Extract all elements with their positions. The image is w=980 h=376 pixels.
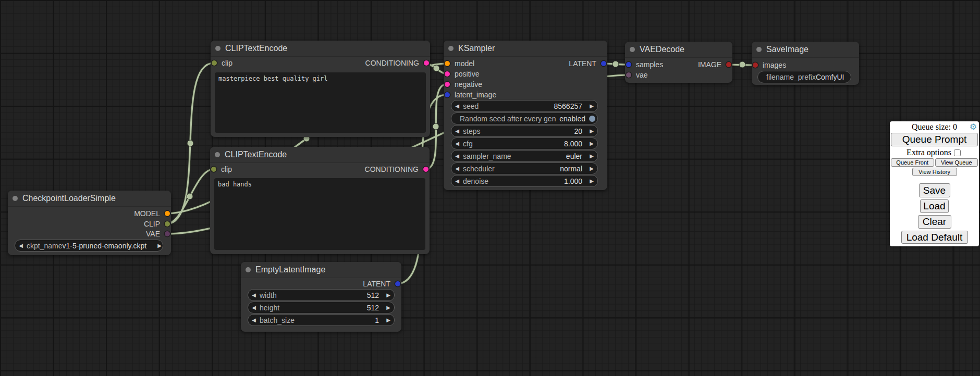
output-slot-conditioning[interactable]: CONDITIONING: [365, 164, 428, 174]
decrement-arrow-icon[interactable]: ◀: [451, 166, 463, 171]
slot-dot-latent[interactable]: [601, 61, 606, 66]
slot-dot-image[interactable]: [753, 62, 758, 68]
node-save-image[interactable]: SaveImage images filename_prefix ComfyUI: [752, 42, 859, 85]
increment-arrow-icon[interactable]: ▶: [383, 292, 394, 298]
link-midpoint-dot[interactable]: [433, 65, 439, 71]
input-slot-latent-image[interactable]: latent_image: [445, 90, 496, 100]
link-midpoint-dot[interactable]: [187, 140, 193, 146]
increment-arrow-icon[interactable]: ▶: [586, 141, 597, 146]
save-button[interactable]: Save: [919, 183, 950, 197]
link-midpoint-dot[interactable]: [187, 193, 193, 199]
link-midpoint-dot[interactable]: [612, 61, 619, 67]
input-slot-clip[interactable]: clip: [212, 58, 232, 68]
input-slot-images[interactable]: images: [753, 60, 786, 70]
output-slot-conditioning[interactable]: CONDITIONING: [365, 58, 429, 68]
node-checkpoint-loader[interactable]: CheckpointLoaderSimple MODEL CLIP VAE ◀ …: [8, 191, 171, 255]
widget-width[interactable]: ◀ width 512 ▶: [248, 289, 395, 301]
widget-cfg[interactable]: ◀ cfg 8.000 ▶: [451, 137, 598, 149]
increment-arrow-icon[interactable]: ▶: [586, 178, 597, 184]
graph-canvas[interactable]: { "icons": { "gear": "⚙", "left_arrow": …: [0, 0, 980, 376]
increment-arrow-icon[interactable]: ▶: [586, 128, 597, 134]
output-slot-latent[interactable]: LATENT: [363, 279, 400, 289]
slot-dot-vae[interactable]: [165, 231, 170, 236]
input-slot-model[interactable]: model: [445, 58, 474, 69]
node-clip-text-encode-negative[interactable]: CLIPTextEncode clip CONDITIONING bad han…: [210, 147, 430, 254]
decrement-arrow-icon[interactable]: ◀: [451, 103, 463, 109]
node-title-bar[interactable]: KSampler: [444, 41, 607, 57]
toggle-knob-icon[interactable]: [589, 116, 595, 122]
link-midpoint-dot[interactable]: [739, 61, 745, 68]
clear-button[interactable]: Clear: [918, 215, 951, 229]
input-slot-positive[interactable]: positive: [445, 69, 479, 79]
queue-front-button[interactable]: Queue Front: [891, 158, 934, 167]
load-button[interactable]: Load: [920, 199, 949, 213]
input-slot-negative[interactable]: negative: [445, 79, 482, 90]
slot-dot-clip[interactable]: [211, 167, 216, 172]
widget-height[interactable]: ◀ height 512 ▶: [248, 302, 395, 314]
widget-denoise[interactable]: ◀ denoise 1.000 ▶: [451, 175, 598, 187]
settings-gear-icon[interactable]: ⚙: [970, 122, 977, 132]
widget-ckpt-name[interactable]: ◀ ckpt_name v1-5-pruned-emaonly.ckpt ▶: [15, 240, 163, 252]
slot-dot-vae[interactable]: [626, 72, 631, 78]
decrement-arrow-icon[interactable]: ◀: [248, 292, 260, 298]
output-slot-vae[interactable]: VAE: [146, 229, 170, 239]
node-status-dot-icon[interactable]: [630, 47, 635, 52]
node-status-dot-icon[interactable]: [756, 47, 762, 52]
slot-dot-conditioning[interactable]: [424, 60, 429, 66]
increment-arrow-icon[interactable]: ▶: [586, 153, 597, 159]
prompt-text-area[interactable]: masterpiece best quality girl: [215, 72, 426, 133]
output-slot-latent[interactable]: LATENT: [569, 58, 606, 69]
decrement-arrow-icon[interactable]: ◀: [248, 305, 260, 310]
input-slot-clip[interactable]: clip: [211, 164, 232, 174]
decrement-arrow-icon[interactable]: ◀: [451, 128, 463, 134]
slot-dot-clip[interactable]: [165, 221, 170, 227]
slot-dot-conditioning[interactable]: [445, 71, 450, 77]
queue-prompt-button[interactable]: Queue Prompt: [891, 133, 978, 146]
node-title-bar[interactable]: CLIPTextEncode: [210, 147, 430, 163]
output-slot-model[interactable]: MODEL: [134, 208, 170, 219]
node-title-bar[interactable]: CheckpointLoaderSimple: [8, 191, 171, 207]
node-status-dot-icon[interactable]: [448, 46, 454, 51]
increment-arrow-icon[interactable]: ▶: [383, 317, 394, 323]
node-title-bar[interactable]: CLIPTextEncode: [211, 41, 430, 57]
widget-scheduler[interactable]: ◀ scheduler normal ▶: [451, 162, 598, 174]
increment-arrow-icon[interactable]: ▶: [154, 243, 163, 248]
prompt-text-area[interactable]: bad hands: [214, 178, 425, 250]
load-default-button[interactable]: Load Default: [901, 231, 968, 244]
widget-filename-prefix[interactable]: filename_prefix ComfyUI: [757, 71, 851, 83]
slot-dot-model[interactable]: [445, 61, 450, 66]
slot-dot-model[interactable]: [165, 211, 170, 216]
decrement-arrow-icon[interactable]: ◀: [248, 317, 260, 323]
increment-arrow-icon[interactable]: ▶: [586, 166, 597, 171]
node-status-dot-icon[interactable]: [246, 267, 251, 272]
node-clip-text-encode-positive[interactable]: CLIPTextEncode clip CONDITIONING masterp…: [211, 41, 430, 137]
widget-seed[interactable]: ◀ seed 8566257 ▶: [451, 100, 598, 112]
output-slot-clip[interactable]: CLIP: [144, 219, 170, 229]
node-status-dot-icon[interactable]: [13, 196, 18, 201]
widget-random-seed-toggle[interactable]: Random seed after every gen enabled: [451, 112, 598, 124]
increment-arrow-icon[interactable]: ▶: [586, 103, 597, 109]
decrement-arrow-icon[interactable]: ◀: [451, 141, 463, 146]
node-title-bar[interactable]: VAEDecode: [625, 42, 732, 58]
node-vae-decode[interactable]: VAEDecode samples vae IMAGE: [625, 42, 732, 83]
increment-arrow-icon[interactable]: ▶: [383, 305, 394, 310]
input-slot-samples[interactable]: samples: [626, 59, 663, 70]
decrement-arrow-icon[interactable]: ◀: [451, 178, 463, 184]
input-slot-vae[interactable]: vae: [626, 70, 648, 80]
slot-dot-image[interactable]: [726, 62, 731, 67]
node-empty-latent-image[interactable]: EmptyLatentImage LATENT ◀ width 512 ▶ ◀ …: [241, 262, 401, 332]
slot-dot-latent[interactable]: [395, 281, 400, 286]
decrement-arrow-icon[interactable]: ◀: [451, 153, 463, 159]
node-ksampler[interactable]: KSampler model positive negative latent_…: [444, 41, 607, 190]
view-history-button[interactable]: View History: [912, 168, 957, 176]
widget-batch-size[interactable]: ◀ batch_size 1 ▶: [248, 314, 395, 326]
view-queue-button[interactable]: View Queue: [935, 158, 978, 167]
widget-sampler-name[interactable]: ◀ sampler_name euler ▶: [451, 150, 598, 162]
output-slot-image[interactable]: IMAGE: [698, 59, 731, 70]
widget-steps[interactable]: ◀ steps 20 ▶: [451, 125, 598, 137]
slot-dot-latent[interactable]: [445, 92, 450, 97]
slot-dot-clip[interactable]: [212, 60, 217, 66]
extra-options-checkbox[interactable]: [954, 149, 961, 156]
slot-dot-latent[interactable]: [626, 62, 631, 67]
slot-dot-conditioning[interactable]: [445, 82, 450, 87]
